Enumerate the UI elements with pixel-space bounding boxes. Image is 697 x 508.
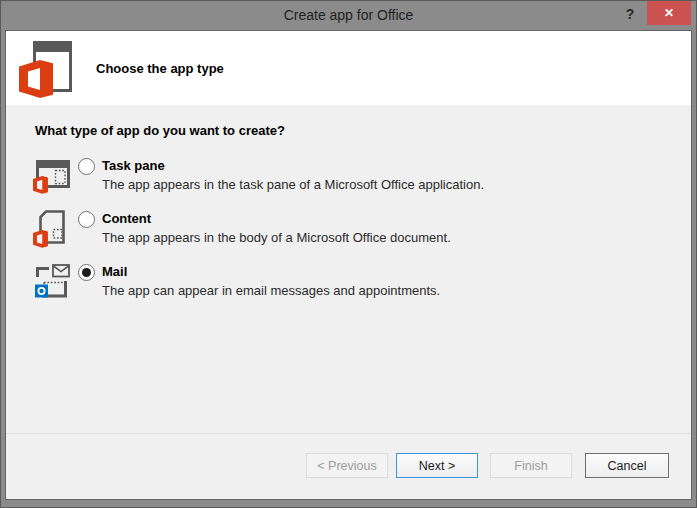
wizard-footer: < Previous Next > Finish Cancel [6, 433, 691, 499]
dialog-body: Choose the app type What type of app do … [5, 30, 692, 500]
window-title: Create app for Office [5, 1, 692, 30]
mail-radio[interactable] [78, 264, 95, 281]
task-pane-label: Task pane [102, 157, 484, 174]
question-label: What type of app do you want to create? [35, 123, 661, 138]
finish-button[interactable]: Finish [490, 453, 572, 478]
wizard-banner: Choose the app type [6, 31, 691, 105]
task-pane-app-icon [33, 156, 73, 195]
cancel-button[interactable]: Cancel [585, 453, 669, 478]
office-logo-icon [17, 38, 75, 100]
content-label: Content [102, 210, 451, 227]
close-icon[interactable]: ✕ [647, 1, 691, 25]
option-mail[interactable]: Mail The app can appear in email message… [33, 261, 661, 301]
mail-label: Mail [102, 263, 440, 280]
content-app-icon [33, 209, 73, 248]
content-description: The app appears in the body of a Microso… [102, 230, 451, 246]
option-content[interactable]: Content The app appears in the body of a… [33, 208, 661, 248]
mail-app-icon [33, 262, 73, 301]
task-pane-description: The app appears in the task pane of a Mi… [102, 177, 484, 193]
next-button[interactable]: Next > [396, 453, 478, 478]
previous-button[interactable]: < Previous [306, 453, 388, 478]
page-title: Choose the app type [96, 61, 224, 76]
mail-description: The app can appear in email messages and… [102, 283, 440, 299]
task-pane-radio[interactable] [78, 158, 95, 175]
titlebar-buttons: ? ✕ [619, 1, 691, 26]
option-task-pane[interactable]: Task pane The app appears in the task pa… [33, 155, 661, 195]
titlebar[interactable]: Create app for Office ? ✕ [5, 1, 692, 30]
content-radio[interactable] [78, 211, 95, 228]
wizard-content: What type of app do you want to create? … [6, 105, 691, 499]
help-icon[interactable]: ? [619, 1, 641, 26]
dialog-window: Create app for Office ? ✕ Choose the app… [0, 0, 697, 508]
